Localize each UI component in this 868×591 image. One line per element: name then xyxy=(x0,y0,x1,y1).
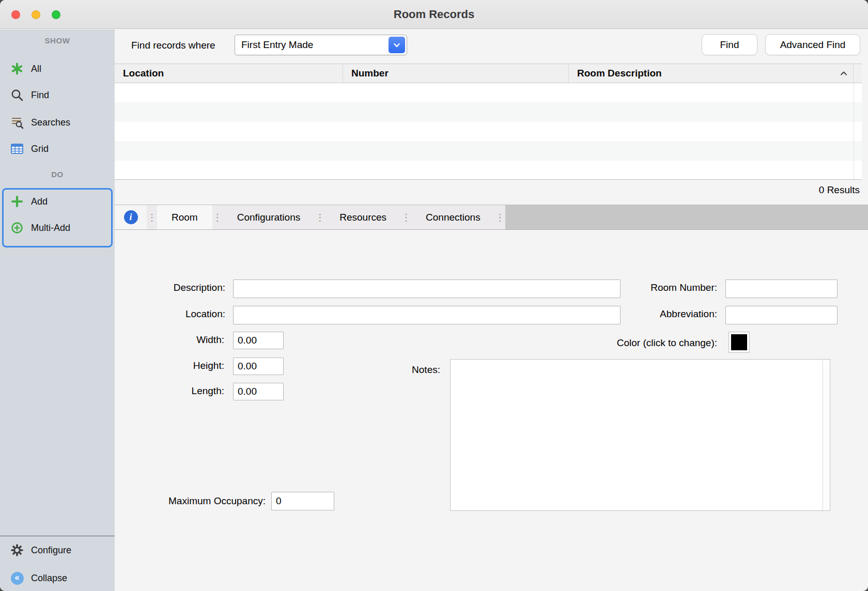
sidebar-item-configure[interactable]: Configure xyxy=(0,538,115,563)
column-header-location[interactable]: Location xyxy=(115,64,343,83)
sidebar: SHOW All Find Searches xyxy=(0,29,115,591)
gear-icon xyxy=(10,543,24,557)
results-table-header: Location Number Room Description xyxy=(115,64,862,83)
sidebar-item-label: Configure xyxy=(31,545,71,556)
sidebar-item-label: Find xyxy=(31,90,49,101)
height-label: Height: xyxy=(166,360,224,371)
sidebar-item-label: Searches xyxy=(31,117,70,128)
color-swatch-fill xyxy=(731,334,747,350)
sidebar-divider xyxy=(0,536,115,536)
tab-separator: ⋮ xyxy=(212,205,223,229)
grid-icon xyxy=(10,142,24,155)
results-table-body xyxy=(115,83,862,180)
saved-search-icon xyxy=(10,116,24,129)
height-input[interactable] xyxy=(233,357,284,375)
app-window: Room Records SHOW All Find xyxy=(0,0,868,591)
tab-separator: ⋮ xyxy=(401,205,411,229)
window-title: Room Records xyxy=(0,0,868,29)
description-input[interactable] xyxy=(233,279,621,298)
sidebar-item-label: Multi-Add xyxy=(31,223,70,234)
titlebar: Room Records xyxy=(0,0,868,29)
sidebar-item-multi-add[interactable]: Multi-Add xyxy=(0,215,115,240)
sort-ascending-icon[interactable] xyxy=(840,68,848,79)
sidebar-item-all[interactable]: All xyxy=(0,56,115,81)
abbreviation-label: Abbreviation: xyxy=(614,308,717,320)
table-scrollbar-track[interactable] xyxy=(854,83,862,179)
color-label: Color (click to change): xyxy=(536,337,717,349)
tab-room[interactable]: Room xyxy=(157,205,212,229)
tab-configurations[interactable]: Configurations xyxy=(223,205,315,229)
info-icon: i xyxy=(124,210,138,224)
location-label: Location: xyxy=(135,308,225,320)
multi-add-icon xyxy=(10,221,24,235)
tab-strip-filler xyxy=(505,205,868,229)
plus-icon xyxy=(10,195,24,208)
traffic-lights xyxy=(11,10,60,19)
chevron-down-icon[interactable] xyxy=(389,37,405,53)
find-field-dropdown[interactable]: First Entry Made xyxy=(235,35,407,55)
length-input[interactable] xyxy=(233,383,284,400)
column-header-label: Room Description xyxy=(577,68,662,79)
notes-textarea[interactable] xyxy=(450,359,830,511)
tab-resources[interactable]: Resources xyxy=(325,205,401,229)
tab-separator: ⋮ xyxy=(495,205,505,229)
sidebar-item-add[interactable]: Add xyxy=(0,189,115,214)
description-label: Description: xyxy=(135,282,225,293)
sidebar-item-grid[interactable]: Grid xyxy=(0,136,115,161)
magnifier-icon xyxy=(10,88,24,102)
info-button[interactable]: i xyxy=(115,205,147,229)
room-number-label: Room Number: xyxy=(614,282,717,293)
sidebar-item-find[interactable]: Find xyxy=(0,83,115,107)
sidebar-item-label: All xyxy=(31,64,41,74)
length-label: Length: xyxy=(166,385,224,397)
sidebar-item-label: Grid xyxy=(31,144,49,154)
dropdown-selected-value: First Entry Made xyxy=(241,35,313,55)
asterisk-icon xyxy=(10,62,24,75)
do-section-header: DO xyxy=(0,170,115,179)
close-button[interactable] xyxy=(11,10,20,19)
sidebar-item-label: Collapse xyxy=(31,573,67,584)
tab-separator: ⋮ xyxy=(315,205,325,229)
sidebar-item-label: Add xyxy=(31,196,48,207)
room-form: Description: Room Number: Location: Abbr… xyxy=(115,230,868,591)
results-count: 0 Results xyxy=(819,184,860,196)
show-section-header: SHOW xyxy=(0,36,115,45)
sidebar-item-collapse[interactable]: « Collapse xyxy=(0,566,115,590)
sidebar-item-searches[interactable]: Searches xyxy=(0,110,115,135)
header-scrollbar-cell xyxy=(854,64,862,83)
color-swatch[interactable] xyxy=(729,332,750,353)
minimize-button[interactable] xyxy=(32,10,40,19)
find-button[interactable]: Find xyxy=(702,34,757,55)
room-number-input[interactable] xyxy=(725,279,838,298)
tab-group: i ⋮ Room ⋮ Configurations ⋮ Resources ⋮ … xyxy=(115,205,505,229)
notes-label: Notes: xyxy=(368,364,440,376)
maximum-occupancy-input[interactable] xyxy=(271,492,334,510)
tab-connections[interactable]: Connections xyxy=(411,205,495,229)
collapse-icon: « xyxy=(10,571,24,585)
width-label: Width: xyxy=(166,334,224,346)
column-header-number[interactable]: Number xyxy=(343,64,569,83)
tab-separator: ⋮ xyxy=(147,205,157,229)
abbreviation-input[interactable] xyxy=(725,306,838,324)
find-records-where-label: Find records where xyxy=(131,35,215,56)
width-input[interactable] xyxy=(233,332,284,349)
maximum-occupancy-label: Maximum Occupancy: xyxy=(146,495,266,507)
notes-scrollbar-track[interactable] xyxy=(823,360,830,510)
advanced-find-button[interactable]: Advanced Find xyxy=(765,34,860,55)
zoom-button[interactable] xyxy=(52,10,60,19)
tab-strip: i ⋮ Room ⋮ Configurations ⋮ Resources ⋮ … xyxy=(115,205,868,230)
location-input[interactable] xyxy=(233,306,621,324)
column-header-room-description[interactable]: Room Description xyxy=(569,64,854,83)
